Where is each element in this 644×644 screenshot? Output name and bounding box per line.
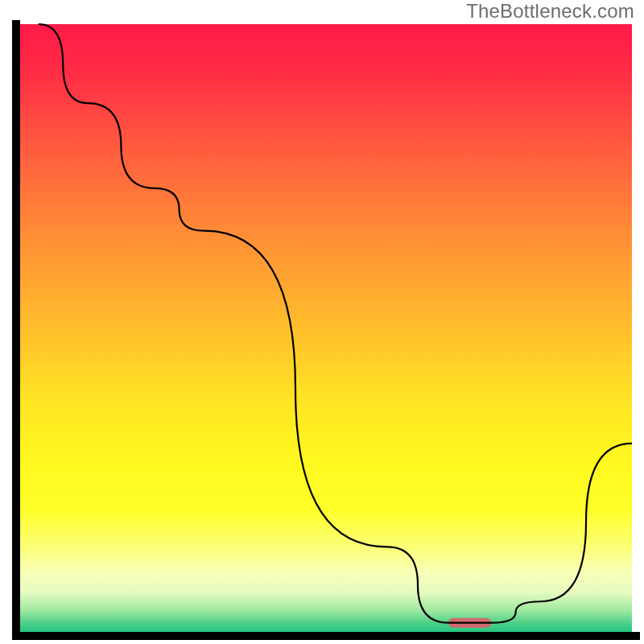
axis-bottom (12, 632, 640, 640)
plot-background (20, 24, 632, 632)
axis-left (12, 20, 20, 640)
chart-svg (0, 0, 644, 644)
watermark-text: TheBottleneck.com (466, 0, 634, 23)
chart-container: TheBottleneck.com (0, 0, 644, 644)
